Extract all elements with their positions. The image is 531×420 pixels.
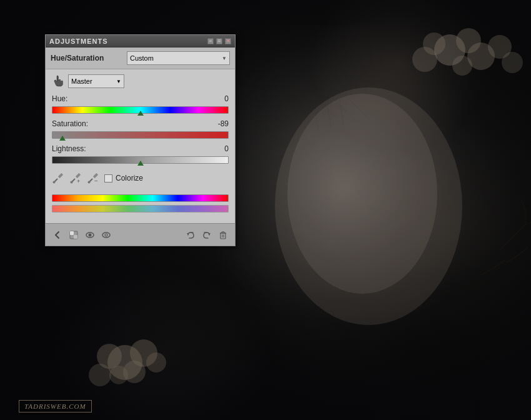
colorize-row: Colorize <box>104 174 143 182</box>
hue-label-row: Hue: 0 <box>52 94 229 103</box>
lightness-label: Lightness: <box>52 144 86 153</box>
collapse-button[interactable]: « <box>207 38 214 44</box>
layer-thumbnail-button[interactable] <box>67 228 81 242</box>
back-button[interactable] <box>51 228 64 242</box>
eyedropper-remove-icon[interactable]: − <box>87 172 99 184</box>
channel-value: Master <box>71 78 92 85</box>
svg-rect-27 <box>76 173 81 178</box>
footer-right-buttons <box>184 228 230 242</box>
lightness-label-row: Lightness: 0 <box>52 144 229 153</box>
colorize-checkbox[interactable] <box>104 174 112 182</box>
hue-label: Hue: <box>52 94 67 103</box>
svg-point-33 <box>88 181 91 184</box>
hue-slider-row: Hue: 0 <box>52 94 229 116</box>
saturation-thumb[interactable] <box>59 136 66 142</box>
hue-value: 0 <box>210 94 229 103</box>
channel-row: Master ▼ <box>52 74 229 88</box>
saturation-value: -89 <box>210 119 229 128</box>
lightness-value: 0 <box>210 144 229 153</box>
preset-value: Custom <box>130 54 154 62</box>
hue-track-container <box>52 104 229 116</box>
footer-left-buttons <box>51 228 113 242</box>
colorize-label: Colorize <box>116 174 143 182</box>
watermark-text: TADRISWEB.COM <box>24 402 86 410</box>
svg-point-41 <box>105 234 107 236</box>
svg-text:−: − <box>94 178 98 184</box>
panel-footer <box>46 223 235 246</box>
channel-dropdown[interactable]: Master ▼ <box>68 74 124 88</box>
close-button[interactable]: ✕ <box>225 38 231 44</box>
panel-body: Master ▼ Hue: 0 Saturation: -89 <box>46 69 235 223</box>
svg-point-29 <box>71 181 73 184</box>
svg-point-26 <box>53 181 56 184</box>
delete-button[interactable] <box>216 228 230 242</box>
lightness-slider-row: Lightness: 0 <box>52 144 229 166</box>
panel-title: ADJUSTMENTS <box>49 38 108 45</box>
svg-rect-37 <box>74 235 77 239</box>
tools-row: + − Colorize <box>52 172 229 184</box>
svg-point-39 <box>89 233 92 236</box>
redo-button[interactable] <box>200 228 214 242</box>
lightness-thumb[interactable] <box>137 161 144 167</box>
saturation-slider-row: Saturation: -89 <box>52 119 229 141</box>
svg-rect-42 <box>221 233 226 239</box>
svg-text:+: + <box>77 178 80 184</box>
hue-thumb[interactable] <box>137 111 144 117</box>
preset-dropdown[interactable]: Custom ▼ <box>127 51 230 65</box>
mask-visibility-button[interactable] <box>99 228 113 242</box>
eyedropper-add-icon[interactable]: + <box>69 172 82 184</box>
spectrum-top-bar <box>52 194 229 202</box>
hand-tool-icon[interactable] <box>52 75 64 88</box>
svg-rect-24 <box>58 173 63 178</box>
visibility-button[interactable] <box>83 228 97 242</box>
titlebar-controls: « ≡ ✕ <box>207 38 231 44</box>
dropdown-arrow-icon: ▼ <box>222 56 227 61</box>
spectrum-bottom-bar <box>52 205 229 212</box>
adjustment-type-label: Hue/Saturation <box>51 54 104 62</box>
panel-header: Hue/Saturation Custom ▼ <box>46 48 235 69</box>
watermark: TADRISWEB.COM <box>19 400 92 412</box>
channel-arrow-icon: ▼ <box>116 79 121 84</box>
spectrum-section <box>52 194 229 212</box>
saturation-track <box>52 131 229 139</box>
saturation-label: Saturation: <box>52 119 88 128</box>
saturation-label-row: Saturation: -89 <box>52 119 229 128</box>
undo-button[interactable] <box>184 228 197 242</box>
eyedropper-1-icon[interactable] <box>52 172 64 184</box>
saturation-track-container <box>52 129 229 141</box>
adjustments-panel: ADJUSTMENTS « ≡ ✕ Hue/Saturation Custom … <box>45 34 236 246</box>
menu-button[interactable]: ≡ <box>216 38 222 44</box>
panel-titlebar: ADJUSTMENTS « ≡ ✕ <box>46 35 235 48</box>
svg-rect-36 <box>70 231 74 235</box>
lightness-track-container <box>52 154 229 166</box>
svg-point-40 <box>102 232 110 238</box>
